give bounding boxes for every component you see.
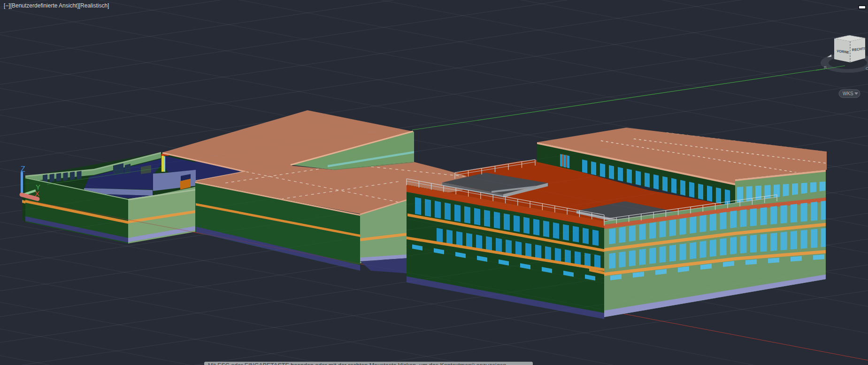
svg-text:[−][Benutzerdefinierte Ansicht: [−][Benutzerdefinierte Ansicht][Realisti… xyxy=(4,2,109,9)
svg-text:WKS: WKS xyxy=(843,91,853,96)
svg-text:Mit ESC oder EINGABETASTE been: Mit ESC oder EINGABETASTE beenden oder m… xyxy=(208,362,508,365)
svg-text:O: O xyxy=(866,66,868,71)
